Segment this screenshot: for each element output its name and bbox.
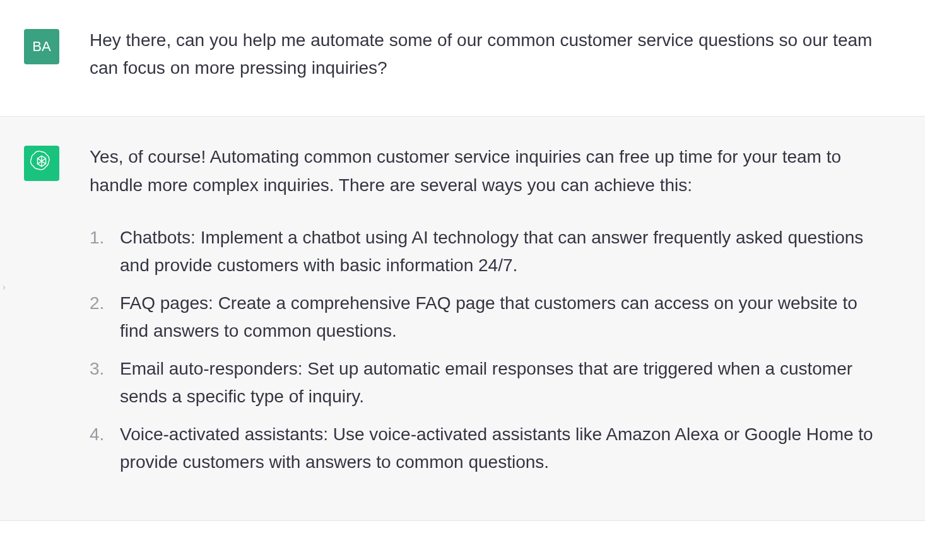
user-message-body: Hey there, can you help me automate some…: [90, 26, 878, 82]
user-avatar-initials: BA: [32, 38, 50, 55]
list-item-text: FAQ pages: Create a comprehensive FAQ pa…: [120, 293, 857, 341]
user-message-text: Hey there, can you help me automate some…: [90, 30, 872, 78]
list-item-text: Voice-activated assistants: Use voice-ac…: [120, 424, 873, 472]
list-item-text: Chatbots: Implement a chatbot using AI t…: [120, 228, 863, 275]
list-item: Chatbots: Implement a chatbot using AI t…: [90, 224, 878, 279]
assistant-message-body: Yes, of course! Automating common custom…: [90, 143, 878, 486]
list-item-text: Email auto-responders: Set up automatic …: [120, 359, 852, 406]
openai-logo-icon: [30, 150, 53, 177]
user-message-row: BA Hey there, can you help me automate s…: [0, 0, 925, 117]
list-item: Voice-activated assistants: Use voice-ac…: [90, 421, 878, 476]
assistant-avatar: [24, 146, 59, 181]
assistant-message-row: › Yes, of course! Automating common cust…: [0, 117, 925, 520]
user-avatar: BA: [24, 29, 59, 64]
list-item: Email auto-responders: Set up automatic …: [90, 355, 878, 411]
chevron-right-icon[interactable]: ›: [3, 282, 6, 292]
list-item: FAQ pages: Create a comprehensive FAQ pa…: [90, 289, 878, 345]
assistant-intro-text: Yes, of course! Automating common custom…: [90, 143, 878, 199]
assistant-numbered-list: Chatbots: Implement a chatbot using AI t…: [90, 224, 878, 476]
